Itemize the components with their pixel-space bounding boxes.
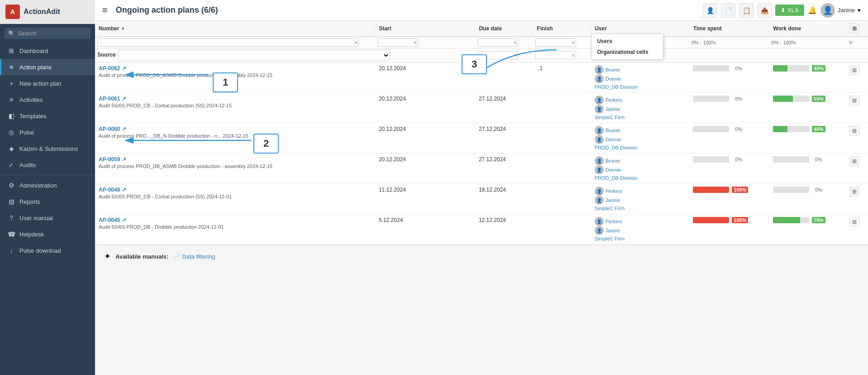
user-icon-btn[interactable]: 👤 bbox=[703, 3, 717, 18]
ap-link[interactable]: AP-0062 ↗ bbox=[99, 65, 126, 72]
hamburger-menu[interactable]: ≡ bbox=[102, 5, 108, 15]
row-grid-btn[interactable]: ⊞ bbox=[849, 217, 859, 227]
cell-work-done: 40% bbox=[769, 62, 846, 93]
notification-button[interactable]: 🔔 bbox=[808, 6, 817, 14]
filter-finish-range-input[interactable] bbox=[535, 51, 576, 59]
sidebar-item-templates[interactable]: ◧ Templates bbox=[0, 108, 95, 124]
nav-divider bbox=[0, 175, 95, 175]
cell-number: AP-0048 ↗ Audit 5S/6S PROD_CB - Corbal p… bbox=[95, 184, 375, 214]
dropdown-item-org-cells[interactable]: Organizational cells bbox=[591, 47, 663, 58]
ap-link[interactable]: AP-0060 ↗ bbox=[99, 126, 126, 132]
sidebar-item-label: User manual bbox=[19, 215, 53, 221]
filter-due-range-clear[interactable]: ✕ bbox=[513, 53, 517, 58]
sidebar-item-pulse-download[interactable]: ↓ Pulse download bbox=[0, 242, 95, 259]
user-link[interactable]: Donnie bbox=[606, 76, 621, 82]
helpdesk-icon: ☎ bbox=[8, 231, 15, 238]
org-link[interactable]: PROD_DB Division bbox=[595, 84, 686, 90]
user-link[interactable]: Bruner bbox=[606, 128, 620, 133]
ap-link[interactable]: AP-0045 ↗ bbox=[99, 217, 126, 223]
sidebar-item-audits[interactable]: ✓ Audits bbox=[0, 157, 95, 173]
ap-link[interactable]: AP-0061 ↗ bbox=[99, 96, 126, 102]
ap-link[interactable]: AP-0059 ↗ bbox=[99, 156, 126, 163]
sidebar-item-kaizen[interactable]: ◈ Kaizen & Submissions bbox=[0, 140, 95, 157]
source-select[interactable] bbox=[119, 50, 390, 61]
row-grid-btn[interactable]: ⊞ bbox=[849, 187, 859, 197]
sidebar-item-user-manual[interactable]: ? User manual bbox=[0, 210, 95, 226]
user-link[interactable]: Perkins bbox=[606, 97, 622, 103]
user-link[interactable]: Janine bbox=[606, 228, 620, 233]
user-link[interactable]: Bruner bbox=[606, 67, 620, 72]
new-action-plan-icon: + bbox=[8, 80, 15, 87]
cell-start: 5.12.2024 bbox=[375, 214, 475, 245]
row-grid-btn[interactable]: ⊞ bbox=[849, 96, 859, 106]
share-icon-btn[interactable]: 📤 bbox=[757, 3, 772, 18]
sidebar-item-pulse[interactable]: ◎ Pulse bbox=[0, 124, 95, 140]
copy-icon-btn[interactable]: 📋 bbox=[739, 3, 754, 18]
filter-finish-clear[interactable]: ✕ bbox=[571, 40, 575, 46]
filter-due-input[interactable] bbox=[477, 38, 518, 47]
col-header-user[interactable]: User Users Organizational cells bbox=[591, 21, 689, 37]
xls-button[interactable]: ⬇ XLS bbox=[775, 5, 804, 16]
search-box[interactable]: 🔍 bbox=[5, 28, 91, 39]
filter-due-range-input[interactable] bbox=[477, 51, 518, 59]
org-link[interactable]: SimpleC Firm bbox=[595, 206, 686, 211]
ap-desc: Audit 5S/6S PROD_CB - Corbal production … bbox=[99, 194, 372, 199]
col-header-time-spent[interactable]: Time spent bbox=[689, 21, 769, 37]
user-link[interactable]: Bruner bbox=[606, 158, 620, 163]
pulse-download-icon: ↓ bbox=[8, 247, 15, 254]
sidebar-item-action-plans[interactable]: ≡ Action plans bbox=[0, 59, 95, 75]
filter-number-input[interactable] bbox=[97, 38, 359, 47]
cell-time-spent: 0% bbox=[689, 62, 769, 93]
filter-number-clear[interactable]: ✕ bbox=[354, 40, 358, 46]
time-value: 100% bbox=[732, 217, 748, 223]
sidebar-item-new-action-plan[interactable]: + New action plan bbox=[0, 75, 95, 91]
sidebar-item-helpdesk[interactable]: ☎ Helpdesk bbox=[0, 226, 95, 242]
grid-view-btn[interactable]: ⊞ bbox=[849, 24, 859, 34]
page-title: Ongoing action plans (6/6) bbox=[116, 5, 218, 15]
org-link[interactable]: PROD_DB Division bbox=[595, 175, 686, 181]
user-area[interactable]: 👤 Janine ▾ bbox=[820, 3, 861, 18]
cell-time-spent: 100% bbox=[689, 184, 769, 214]
row-grid-btn[interactable]: ⊞ bbox=[849, 156, 859, 166]
cell-number: AP-0045 ↗ Audit 5S/6S PROD_DB - Drobble … bbox=[95, 214, 375, 245]
user-link[interactable]: Perkins bbox=[606, 188, 622, 194]
user-link[interactable]: Perkins bbox=[606, 219, 622, 224]
data-filtering-link[interactable]: 📄 Data filtering bbox=[173, 253, 215, 260]
filter-start-input[interactable] bbox=[377, 38, 418, 47]
sidebar-item-administration[interactable]: ⚙ Administration bbox=[0, 177, 95, 193]
user-link[interactable]: Janine bbox=[606, 197, 620, 203]
filter-finish-input[interactable] bbox=[535, 38, 576, 47]
topbar-left: ≡ Ongoing action plans (6/6) bbox=[102, 5, 218, 15]
filter-finish-range-clear[interactable]: ✕ bbox=[571, 53, 575, 58]
ap-link[interactable]: AP-0048 ↗ bbox=[99, 187, 126, 193]
org-link[interactable]: PROD_DB Division bbox=[595, 145, 686, 150]
row-grid-btn[interactable]: ⊞ bbox=[849, 65, 859, 75]
col-header-number[interactable]: Number ▼ bbox=[95, 21, 375, 37]
clear-all-filters-btn[interactable]: ✕ bbox=[848, 39, 854, 46]
user-link[interactable]: Janine bbox=[606, 106, 620, 112]
sidebar-item-activities[interactable]: ≡ Activities bbox=[0, 91, 95, 108]
org-link[interactable]: SimpleC Firm bbox=[595, 236, 686, 241]
row-grid-btn[interactable]: ⊞ bbox=[849, 126, 859, 136]
table-header-row: Number ▼ Start Due date Finish User User… bbox=[95, 21, 868, 37]
col-header-work-done[interactable]: Work done bbox=[769, 21, 846, 37]
doc-icon-btn[interactable]: 📄 bbox=[721, 3, 735, 18]
filter-start-clear[interactable]: ✕ bbox=[413, 40, 417, 46]
user-filter-dropdown[interactable]: Users Organizational cells bbox=[591, 34, 663, 60]
col-header-due-date[interactable]: Due date bbox=[475, 21, 533, 37]
sidebar-item-dashboard[interactable]: ⊞ Dashboard bbox=[0, 43, 95, 59]
sidebar-item-reports[interactable]: ▤ Reports bbox=[0, 193, 95, 210]
col-header-start[interactable]: Start bbox=[375, 21, 475, 37]
table-body: AP-0062 ↗ Audit of process PROD_DB_ASMB … bbox=[95, 62, 868, 245]
filter-source-cell: Source bbox=[95, 48, 475, 62]
user-link[interactable]: Donnie bbox=[606, 137, 621, 142]
user-link[interactable]: Donnie bbox=[606, 167, 621, 173]
dropdown-item-users[interactable]: Users bbox=[591, 36, 663, 47]
avatar: 👤 bbox=[595, 156, 604, 165]
search-input[interactable] bbox=[18, 30, 87, 37]
org-link[interactable]: SimpleC Firm bbox=[595, 115, 686, 120]
filter-due-clear[interactable]: ✕ bbox=[513, 40, 517, 46]
cell-number: AP-0062 ↗ Audit of process PROD_DB_ASMB … bbox=[95, 62, 375, 93]
cell-time-spent: 0% bbox=[689, 154, 769, 184]
col-header-finish[interactable]: Finish bbox=[533, 21, 591, 37]
